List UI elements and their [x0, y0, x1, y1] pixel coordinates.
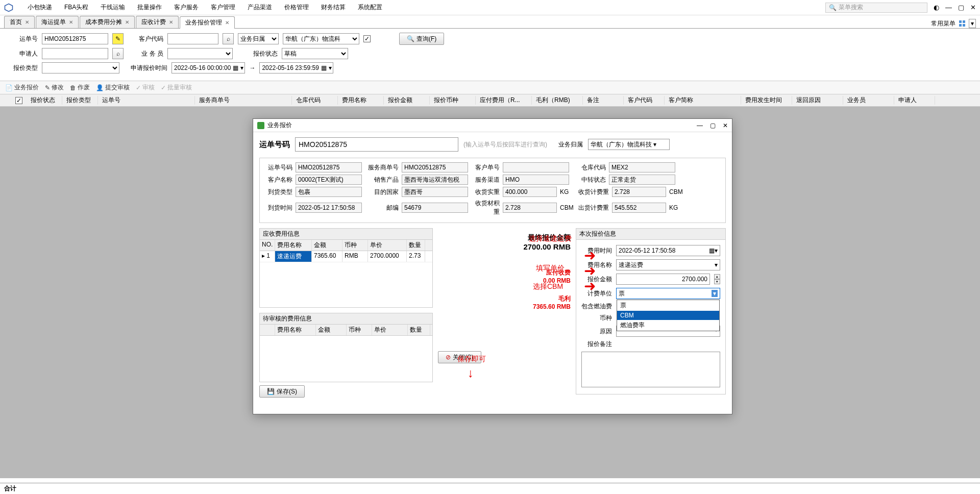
- grid-select-all-checkbox[interactable]: ✓: [15, 97, 22, 104]
- maximize-icon[interactable]: ▢: [958, 4, 964, 11]
- help-icon[interactable]: ◐: [934, 4, 939, 11]
- action-提交审核[interactable]: 👤提交审核: [96, 83, 130, 92]
- grid-col-header[interactable]: 客户代码: [624, 96, 665, 105]
- status-select[interactable]: 草稿: [282, 48, 348, 59]
- menu-item[interactable]: 财务结算: [321, 3, 346, 12]
- action-业务报价[interactable]: 📄业务报价: [5, 83, 39, 92]
- custcode-lookup-icon[interactable]: ⌕: [223, 33, 234, 44]
- recv-table-row[interactable]: ▸ 1 速递运费 7365.60 RMB 2700.0000 2.73: [260, 251, 432, 262]
- menu-item[interactable]: 客户服务: [174, 3, 199, 12]
- grid-col-header[interactable]: 费用发生时间: [741, 96, 792, 105]
- dialog-close-icon[interactable]: ✕: [723, 122, 728, 129]
- tab-close-icon[interactable]: ✕: [169, 19, 173, 25]
- pend-col-header: 费用名称: [275, 325, 316, 335]
- grid-col-header[interactable]: 申请人: [894, 96, 935, 105]
- fee-name-select[interactable]: 速递运费▾: [616, 259, 720, 270]
- close-button[interactable]: ⊘关闭(C): [438, 351, 481, 363]
- grid-col-header[interactable]: 费用名称: [338, 96, 384, 105]
- info-prod: 墨西哥海运双清包税: [402, 175, 468, 185]
- grid-col-header[interactable]: 报价状态: [27, 96, 62, 105]
- footer-bar: 合计: [0, 483, 980, 494]
- tab[interactable]: 应收计费✕: [136, 16, 179, 28]
- tab-close-icon[interactable]: ✕: [125, 19, 129, 25]
- tab[interactable]: 成本费用分摊✕: [80, 16, 135, 28]
- menu-item[interactable]: 客户管理: [211, 3, 235, 12]
- tabs-dropdown-icon[interactable]: ▾: [969, 19, 976, 28]
- applicant-lookup-icon[interactable]: ⌕: [112, 48, 124, 59]
- amount-spinner[interactable]: ▴▾: [714, 274, 720, 284]
- grid-col-header[interactable]: 应付费用（R...: [476, 96, 532, 105]
- menu-item[interactable]: 小包快递: [28, 3, 52, 12]
- action-修改[interactable]: ✎修改: [45, 83, 64, 92]
- grid-col-header[interactable]: 报价类型: [62, 96, 98, 105]
- sales-select[interactable]: [167, 48, 233, 59]
- action-作废[interactable]: 🗑作废: [70, 83, 90, 92]
- info-billwt: 2.728: [612, 187, 666, 197]
- custcode-input[interactable]: [167, 33, 218, 44]
- menu-item[interactable]: 干线运输: [101, 3, 125, 12]
- recv-col-header: 金额: [312, 240, 342, 251]
- fee-time-input[interactable]: 2022-05-12 17:50:58▦▾: [616, 245, 720, 256]
- grid-col-header[interactable]: 报价币种: [430, 96, 476, 105]
- recv-col-header: 数量: [407, 240, 425, 251]
- menu-search-input[interactable]: 🔍 菜单搜索: [825, 3, 927, 13]
- pend-col-header: 币种: [347, 325, 372, 335]
- grid-col-header[interactable]: 业务员: [843, 96, 894, 105]
- belong-checkbox[interactable]: ✓: [363, 35, 371, 42]
- tab[interactable]: 海运提单✕: [36, 16, 79, 28]
- belong-type-select[interactable]: 业务归属: [238, 33, 279, 44]
- dropdown-option[interactable]: CBM: [617, 311, 719, 320]
- action-批量审核: ✓批量审核: [161, 83, 192, 92]
- dropdown-option[interactable]: 票: [617, 300, 719, 311]
- belong-select[interactable]: 华航（广东）物流科: [283, 33, 359, 44]
- dlg-search-input[interactable]: [295, 137, 458, 152]
- grid-col-header[interactable]: 运单号: [98, 96, 195, 105]
- close-icon[interactable]: ✕: [970, 4, 976, 11]
- tab[interactable]: 首页✕: [4, 16, 35, 28]
- dialog-icon: [257, 122, 264, 129]
- fee-amount-input[interactable]: [616, 274, 710, 285]
- dlg-belong-select[interactable]: 华航（广东）物流科技 ▾: [588, 139, 670, 150]
- query-button[interactable]: 🔍查询(F): [399, 33, 444, 45]
- info-goodstype: 包裹: [296, 187, 362, 197]
- tabs-right-label[interactable]: 常用菜单: [931, 19, 955, 28]
- footer-total-label: 合计: [4, 484, 16, 493]
- cancel-icon: ⊘: [446, 354, 451, 361]
- menu-item[interactable]: 产品渠道: [248, 3, 272, 12]
- date-from-input[interactable]: 2022-05-16 00:00:00▦▾: [172, 62, 245, 73]
- date-to-input[interactable]: 2022-05-16 23:59:59▦▾: [259, 62, 333, 73]
- grid-col-header[interactable]: 毛利（RMB): [532, 96, 583, 105]
- dialog-maximize-icon[interactable]: ▢: [710, 122, 716, 129]
- info-servno: HMO20512875: [402, 162, 468, 172]
- billing-unit-dropdown: 票CBM燃油费率: [617, 300, 720, 331]
- tab[interactable]: 业务报价管理✕: [180, 16, 235, 29]
- svg-rect-1: [959, 20, 962, 23]
- waybill-lookup-icon[interactable]: ✎: [112, 33, 124, 44]
- tab-close-icon[interactable]: ✕: [69, 19, 73, 25]
- grid-col-header[interactable]: 仓库代码: [292, 96, 338, 105]
- grid-col-header[interactable]: 客户简称: [665, 96, 741, 105]
- waybill-input[interactable]: [42, 33, 108, 44]
- tab-close-icon[interactable]: ✕: [25, 19, 29, 25]
- tab-close-icon[interactable]: ✕: [225, 20, 229, 26]
- grid-col-header[interactable]: 服务商单号: [195, 96, 292, 105]
- minimize-icon[interactable]: —: [945, 4, 952, 11]
- grid-icon[interactable]: [959, 20, 966, 27]
- menu-item[interactable]: 批量操作: [137, 3, 162, 12]
- dialog-minimize-icon[interactable]: —: [697, 122, 703, 129]
- grid-col-header[interactable]: 退回原因: [792, 96, 843, 105]
- menu-item[interactable]: 系统配置: [358, 3, 382, 12]
- type-select[interactable]: [42, 62, 119, 73]
- menu-item[interactable]: FBA头程: [64, 3, 88, 12]
- dropdown-option[interactable]: 燃油费率: [617, 320, 719, 331]
- grid-col-header[interactable]: 备注: [583, 96, 624, 105]
- recv-col-header: 费用名称: [275, 240, 312, 251]
- billing-unit-select[interactable]: 票▾ 票CBM燃油费率: [616, 288, 720, 299]
- applicant-input[interactable]: [42, 48, 108, 59]
- grid-col-header[interactable]: 报价金额: [384, 96, 430, 105]
- menu-item[interactable]: 价格管理: [284, 3, 309, 12]
- save-button[interactable]: 💾保存(S): [259, 385, 305, 398]
- remark-textarea[interactable]: [581, 352, 720, 387]
- calendar-icon: ▦: [233, 64, 238, 71]
- recv-col-header: 单价: [368, 240, 407, 251]
